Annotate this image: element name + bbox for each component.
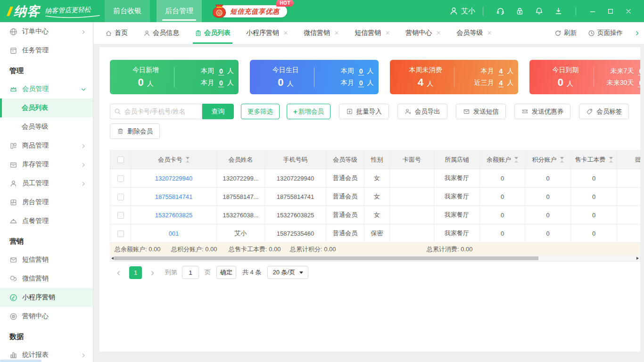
sidebar-item-staff[interactable]: 员工管理: [0, 174, 93, 193]
send-sms-button[interactable]: 发送短信: [456, 104, 506, 119]
scrollbar-thumb[interactable]: [114, 256, 538, 260]
page-number-button[interactable]: 1: [129, 266, 142, 279]
table-cell: 0: [525, 169, 571, 188]
tab-close-icon[interactable]: ✕: [283, 30, 288, 36]
user-menu[interactable]: 艾小: [449, 7, 475, 16]
card-divider: [454, 67, 454, 87]
minimize-icon[interactable]: [589, 8, 596, 15]
card-link-value[interactable]: 0: [638, 67, 640, 75]
sort-icon[interactable]: [186, 157, 190, 163]
column-header[interactable]: 积分账户: [525, 150, 571, 169]
page-tab[interactable]: 微信营销✕: [304, 22, 339, 44]
row-checkbox[interactable]: [117, 175, 124, 182]
tab-close-icon[interactable]: ✕: [334, 30, 339, 36]
tab-close-icon[interactable]: ✕: [385, 30, 390, 36]
maximize-icon[interactable]: [607, 8, 614, 15]
card-link-value[interactable]: 0: [218, 67, 224, 75]
column-header[interactable]: 售卡工本费: [571, 150, 617, 169]
sidebar-item-wechat[interactable]: 微信营销: [0, 269, 93, 288]
card-link-value[interactable]: 4: [498, 79, 504, 87]
close-icon[interactable]: [625, 8, 632, 15]
table-cell: 0: [480, 169, 525, 188]
page-tab[interactable]: 会员等级✕: [456, 22, 492, 44]
page-tab[interactable]: 小程序营销✕: [246, 22, 288, 44]
page-actions-button[interactable]: 页面操作: [588, 29, 623, 37]
card-link-value[interactable]: 0: [358, 79, 364, 87]
bell-icon[interactable]: [535, 7, 544, 16]
row-checkbox[interactable]: [117, 194, 124, 200]
sidebar-scrollbar-thumb[interactable]: [0, 360, 41, 362]
sort-icon[interactable]: [514, 157, 518, 163]
sort-icon[interactable]: [560, 157, 564, 163]
list-icon: [195, 30, 202, 37]
sidebar-item-inventory[interactable]: 库存管理: [0, 155, 93, 174]
add-member-button[interactable]: +新增会员: [287, 104, 330, 119]
card-link-value[interactable]: 0: [358, 67, 364, 75]
select-all-checkbox[interactable]: [117, 156, 124, 163]
promo-text[interactable]: 短信充值享优惠: [219, 5, 287, 17]
tab-close-icon[interactable]: ✕: [436, 30, 441, 36]
page-size-select[interactable]: 20 条/页: [267, 266, 308, 279]
download-icon[interactable]: [554, 7, 563, 16]
row-checkbox-cell: [110, 224, 131, 243]
member-tag-button[interactable]: 会员标签: [579, 104, 629, 119]
row-checkbox[interactable]: [117, 212, 124, 219]
table-row: 15327603825153276038...15327603825普通会员女我…: [110, 206, 641, 224]
headset-icon[interactable]: [496, 7, 505, 16]
page-tab[interactable]: 会员信息: [143, 22, 179, 44]
card-link-value[interactable]: 0: [218, 79, 224, 87]
member-card-link[interactable]: 18755814741: [131, 188, 217, 206]
column-header[interactable]: 余额账户: [480, 150, 525, 169]
member-card-link[interactable]: 13207229940: [131, 169, 217, 188]
scroll-left-icon[interactable]: [111, 257, 114, 260]
sidebar-item-crown[interactable]: 会员管理: [0, 80, 93, 99]
goto-page-input[interactable]: [182, 266, 199, 279]
row-checkbox[interactable]: [117, 230, 124, 237]
sidebar-item-label: 会员等级: [22, 123, 86, 131]
prev-page-button[interactable]: [116, 269, 122, 276]
topnav-tab-admin[interactable]: 后台管理: [157, 0, 202, 22]
card-link-value[interactable]: 0: [638, 79, 640, 87]
column-header[interactable]: 会员卡号: [131, 150, 217, 169]
sidebar-item-target[interactable]: 营销中心: [0, 307, 93, 326]
member-card-link[interactable]: 15327603825: [131, 206, 217, 224]
page-tab[interactable]: 会员列表: [195, 22, 231, 44]
refresh-button[interactable]: 刷新: [554, 29, 577, 37]
horizontal-scrollbar[interactable]: [110, 255, 640, 262]
crown-icon: [9, 85, 17, 93]
sidebar-item-tasks[interactable]: 任务管理: [0, 41, 93, 60]
delete-member-button[interactable]: 删除会员: [110, 123, 160, 139]
sidebar-item-sms[interactable]: 短信营销: [0, 250, 93, 269]
confirm-button[interactable]: 确定: [216, 266, 236, 279]
tab-close-icon[interactable]: ✕: [487, 30, 492, 36]
next-page-button[interactable]: [149, 269, 156, 276]
sort-icon[interactable]: [609, 157, 613, 163]
scroll-right-icon[interactable]: [636, 257, 639, 260]
sidebar-item-globe[interactable]: 订单中心: [0, 22, 93, 41]
table-cell: [617, 188, 641, 206]
promo-banner[interactable]: 福 短信充值享优惠 HOT: [219, 0, 287, 22]
topnav-tab-cashier[interactable]: 前台收银: [105, 0, 150, 22]
more-filters-button[interactable]: 更多筛选: [241, 104, 280, 119]
page-tab[interactable]: 首页: [105, 22, 128, 44]
topbar-right: 艾小: [449, 7, 644, 16]
promo-hot-badge: HOT: [276, 0, 294, 7]
batch-import-button[interactable]: 批量导入: [339, 104, 389, 119]
page-tab[interactable]: 营销中心✕: [405, 22, 441, 44]
lock-icon[interactable]: [515, 7, 524, 16]
search-input[interactable]: [124, 108, 198, 115]
tabstrip-expand[interactable]: [634, 30, 640, 37]
page-tab[interactable]: 短信营销✕: [355, 22, 390, 44]
export-member-button[interactable]: 会员导出: [397, 104, 447, 119]
sidebar-item-sub[interactable]: 会员列表: [0, 99, 93, 117]
card-link-value[interactable]: 4: [498, 67, 504, 75]
search-button[interactable]: 查询: [202, 104, 234, 119]
member-card-link[interactable]: 001: [131, 224, 217, 243]
sidebar-item-goods[interactable]: 商品管理: [0, 136, 93, 155]
sidebar-item-miniprogram[interactable]: 小程序营销: [0, 288, 93, 307]
send-coupon-button[interactable]: ¥ 发送优惠券: [514, 104, 571, 119]
sidebar-item-sub[interactable]: 会员等级: [0, 117, 93, 136]
sidebar-item-rooms[interactable]: 房台管理: [0, 193, 93, 212]
row-checkbox-cell: [110, 188, 131, 206]
sidebar-item-dining[interactable]: 点餐管理: [0, 212, 93, 230]
